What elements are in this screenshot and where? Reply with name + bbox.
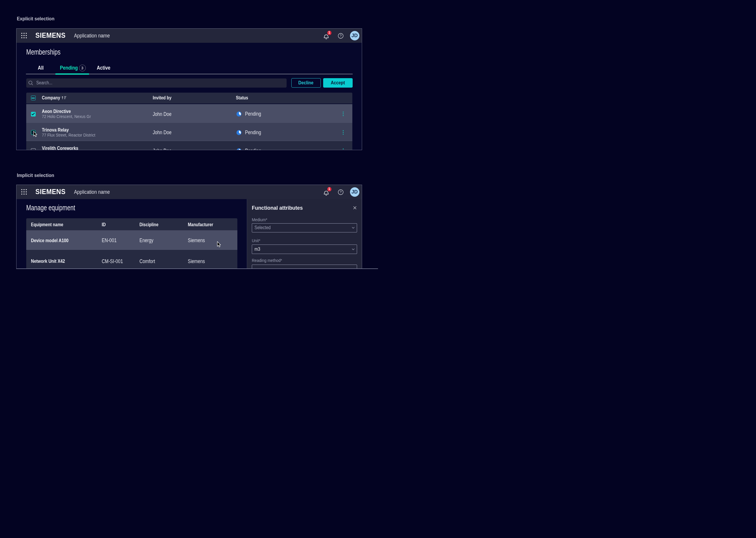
table-header-row: Equipment name ID Discipline Manufacture… xyxy=(26,218,237,231)
checkbox-cell xyxy=(26,147,42,150)
avatar[interactable]: JD xyxy=(350,187,359,197)
equipment-name: Device model A100 xyxy=(31,237,91,243)
accept-button[interactable]: Accept xyxy=(323,78,353,87)
row-menu-button[interactable] xyxy=(334,129,352,135)
memberships-table: Company Invited by Status Aeon Directive… xyxy=(26,93,352,150)
help-button[interactable]: ? xyxy=(338,189,343,196)
select-unit-value: m3 xyxy=(254,246,260,252)
select-all-checkbox[interactable] xyxy=(31,95,36,100)
column-invited-by-label: Invited by xyxy=(153,95,171,101)
accept-label: Accept xyxy=(330,80,345,85)
functional-attributes-panel: Functional attributes Medium* Selected U… xyxy=(247,199,362,269)
column-invited-by[interactable]: Invited by xyxy=(153,95,236,101)
field-label-medium: Medium* xyxy=(252,218,267,222)
company-cell: Trinova Relay 77 Flux Street, Reactor Di… xyxy=(42,123,153,141)
field-label-unit: Unit* xyxy=(252,239,260,243)
section-label-explicit: Explicit selection xyxy=(17,16,55,21)
tabbar: All Pending 3 Active xyxy=(26,61,353,74)
bottom-strip xyxy=(16,268,378,269)
bell-icon xyxy=(324,34,329,40)
table-row[interactable]: Network Unit X42 CM-SI-001 Comfort Sieme… xyxy=(26,249,237,269)
tab-all-label: All xyxy=(38,65,44,71)
app-launcher-icon[interactable] xyxy=(21,189,27,195)
kebab-icon xyxy=(343,130,344,135)
notification-badge: 1 xyxy=(327,187,332,191)
table-row[interactable]: Device model A100 EN-001 Energy Siemens xyxy=(26,230,237,249)
sort-asc-icon xyxy=(61,96,66,99)
notifications-button[interactable]: 1 xyxy=(323,186,334,198)
tab-active-label: Active xyxy=(97,65,111,71)
search-input[interactable]: Search... xyxy=(26,79,286,87)
notifications-button[interactable]: 1 xyxy=(323,30,334,42)
invited-by-value: John Doe xyxy=(153,128,223,136)
check-icon xyxy=(31,113,35,115)
tab-pending[interactable]: Pending 3 xyxy=(55,61,89,74)
app-header: SIEMENS Application name 1 ? JD xyxy=(17,28,362,43)
equipment-manufacturer: Siemens xyxy=(188,237,230,243)
decline-button[interactable]: Decline xyxy=(291,78,321,87)
column-status-label: Status xyxy=(236,95,248,101)
invited-by-value: John Doe xyxy=(153,146,223,150)
select-unit[interactable]: m3 xyxy=(252,244,357,254)
chevron-down-icon xyxy=(352,227,355,229)
page-title-equipment: Manage equipment xyxy=(26,204,75,211)
checkbox-cell xyxy=(26,95,42,100)
app-launcher-icon[interactable] xyxy=(21,33,27,38)
table-header-row: Company Invited by Status xyxy=(26,93,352,104)
tab-active[interactable]: Active xyxy=(89,61,119,74)
avatar[interactable]: JD xyxy=(350,31,359,40)
section-label-implicit: Implicit selection xyxy=(17,173,54,178)
bell-icon xyxy=(324,190,329,196)
column-company-label: Company xyxy=(42,95,60,101)
application-name: Application name xyxy=(74,189,110,195)
table-row[interactable]: Virelith Coreworks John Doe Pending xyxy=(26,141,352,150)
pending-status-icon xyxy=(236,148,241,150)
equipment-id: EN-001 xyxy=(102,237,134,243)
column-id[interactable]: ID xyxy=(102,221,134,227)
status-cell: Pending xyxy=(236,109,334,117)
row-menu-button[interactable] xyxy=(334,110,352,116)
checkbox-cell xyxy=(26,110,42,117)
window-memberships: SIEMENS Application name 1 ? JD Membersh… xyxy=(16,28,362,150)
company-cell: Aeon Directive 72 Holo Crescent, Nexus G… xyxy=(42,104,153,122)
company-address: 77 Flux Street, Reactor District xyxy=(42,133,147,138)
help-button[interactable]: ? xyxy=(338,33,343,40)
svg-text:?: ? xyxy=(340,190,341,194)
siemens-logo: SIEMENS xyxy=(35,32,66,39)
tab-pending-badge: 3 xyxy=(79,65,86,71)
row-checkbox-unchecked[interactable] xyxy=(31,148,36,150)
equipment-id: CM-SI-001 xyxy=(102,258,134,265)
status-cell: Pending xyxy=(236,128,334,136)
svg-text:?: ? xyxy=(340,34,341,37)
column-company[interactable]: Company xyxy=(42,95,153,101)
pending-status-icon xyxy=(236,130,241,135)
tab-all[interactable]: All xyxy=(26,61,56,74)
search-icon xyxy=(28,81,33,85)
row-checkbox-checked[interactable] xyxy=(31,112,36,117)
row-menu-button[interactable] xyxy=(334,147,352,150)
company-cell: Virelith Coreworks xyxy=(42,141,153,150)
invited-by-value: John Doe xyxy=(153,109,223,117)
app-header: SIEMENS Application name 1 ? JD xyxy=(17,185,362,199)
column-manufacturer[interactable]: Manufacturer xyxy=(188,221,230,227)
mouse-cursor xyxy=(33,131,38,137)
chevron-down-icon xyxy=(352,248,355,250)
equipment-table: Equipment name ID Discipline Manufacture… xyxy=(26,218,237,269)
select-medium[interactable]: Selected xyxy=(252,223,357,233)
application-name: Application name xyxy=(74,33,110,38)
column-status[interactable]: Status xyxy=(236,95,334,101)
status-value: Pending xyxy=(245,148,261,150)
table-row[interactable]: Trinova Relay 77 Flux Street, Reactor Di… xyxy=(26,122,352,141)
field-label-reading-method: Reading method* xyxy=(252,258,282,262)
close-icon[interactable] xyxy=(353,206,357,209)
column-equipment-name[interactable]: Equipment name xyxy=(31,221,91,227)
panel-title: Functional attributes xyxy=(252,206,303,211)
table-row[interactable]: Aeon Directive 72 Holo Crescent, Nexus G… xyxy=(26,104,352,122)
equipment-manufacturer: Siemens xyxy=(188,258,230,265)
select-medium-value: Selected xyxy=(254,225,271,231)
company-name: Virelith Coreworks xyxy=(42,144,136,150)
equipment-name: Network Unit X42 xyxy=(31,258,91,264)
column-discipline[interactable]: Discipline xyxy=(139,221,181,227)
kebab-icon xyxy=(343,148,344,150)
decline-label: Decline xyxy=(298,80,314,85)
